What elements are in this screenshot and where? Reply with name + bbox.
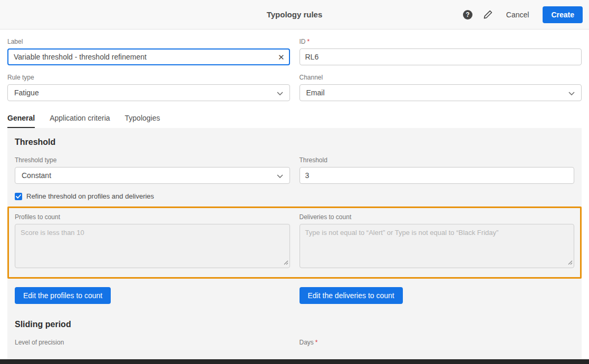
label-input[interactable]	[7, 48, 290, 65]
threshold-field: Threshold	[300, 148, 575, 184]
id-field-label: ID*	[300, 38, 582, 45]
channel-field: Channel Email	[300, 65, 582, 101]
threshold-type-label: Threshold type	[15, 156, 290, 164]
clear-icon[interactable]: ✕	[278, 53, 285, 61]
threshold-type-value: Constant	[22, 171, 51, 180]
id-input[interactable]	[300, 48, 582, 65]
sliding-period-section-title: Sliding period	[15, 320, 574, 329]
threshold-label: Threshold	[300, 156, 575, 164]
channel-select[interactable]: Email	[300, 84, 582, 101]
threshold-input[interactable]	[300, 167, 575, 184]
tab-typologies[interactable]: Typologies	[125, 114, 160, 128]
threshold-section-title: Threshold	[15, 137, 574, 147]
refine-threshold-checkbox-row: Refine threshold on profiles and deliver…	[15, 192, 574, 200]
chevron-down-icon	[277, 171, 283, 180]
help-icon[interactable]: ?	[463, 10, 472, 19]
rule-type-label: Rule type	[7, 74, 290, 81]
channel-value: Email	[306, 88, 325, 97]
rule-form: Label ✕ ID* Rule type Fatigue	[0, 29, 589, 362]
refine-threshold-checkbox-label: Refine threshold on profiles and deliver…	[26, 192, 154, 200]
edit-buttons-row: Edit the profiles to count Edit the deli…	[15, 287, 574, 304]
label-field-label: Label	[7, 38, 290, 45]
edit-pencil-icon[interactable]	[483, 10, 493, 19]
channel-label: Channel	[300, 74, 582, 81]
tab-general[interactable]: General	[7, 114, 35, 128]
bottom-edge-bar	[0, 359, 589, 364]
profiles-to-count-textarea[interactable]	[15, 224, 290, 268]
days-field: Days*	[300, 330, 575, 349]
edit-deliveries-button[interactable]: Edit the deliveries to count	[300, 287, 403, 304]
typology-rule-editor: Typology rules ? Cancel Create Label ✕ I…	[0, 0, 589, 362]
threshold-type-field: Threshold type Constant	[15, 148, 290, 184]
chevron-down-icon	[568, 88, 575, 97]
general-tab-panel: Threshold Threshold type Constant Thresh…	[7, 128, 582, 362]
page-title: Typology rules	[267, 10, 323, 19]
threshold-type-select[interactable]: Constant	[15, 167, 290, 184]
required-asterisk: *	[315, 339, 318, 346]
refine-threshold-checkbox[interactable]	[15, 193, 22, 200]
rule-type-select[interactable]: Fatigue	[7, 84, 290, 101]
required-asterisk: *	[307, 38, 310, 45]
highlight-annotation-box: Profiles to count Deliveries to count	[7, 206, 582, 279]
profiles-to-count-field: Profiles to count	[15, 208, 290, 270]
resize-handle-icon[interactable]	[568, 258, 573, 267]
rule-type-field: Rule type Fatigue	[7, 65, 290, 101]
days-label: Days*	[300, 339, 575, 346]
rule-type-value: Fatigue	[14, 88, 39, 97]
tab-bar: General Application criteria Typologies	[7, 114, 582, 128]
resize-handle-icon[interactable]	[284, 258, 288, 267]
header-actions: ? Cancel Create	[463, 0, 583, 29]
header: Typology rules ? Cancel Create	[0, 0, 589, 29]
label-field: Label ✕	[7, 29, 290, 65]
deliveries-to-count-field: Deliveries to count	[300, 208, 575, 270]
create-button[interactable]: Create	[543, 6, 583, 23]
level-of-precision-label: Level of precision	[15, 339, 290, 346]
level-of-precision-field: Level of precision	[15, 330, 290, 349]
id-field: ID*	[300, 29, 582, 65]
tab-application-criteria[interactable]: Application criteria	[50, 114, 110, 128]
edit-profiles-button[interactable]: Edit the profiles to count	[15, 287, 111, 304]
deliveries-to-count-textarea[interactable]	[300, 224, 575, 268]
deliveries-to-count-label: Deliveries to count	[300, 213, 575, 221]
profiles-to-count-label: Profiles to count	[15, 213, 290, 221]
chevron-down-icon	[277, 88, 283, 97]
cancel-button[interactable]: Cancel	[503, 8, 533, 21]
